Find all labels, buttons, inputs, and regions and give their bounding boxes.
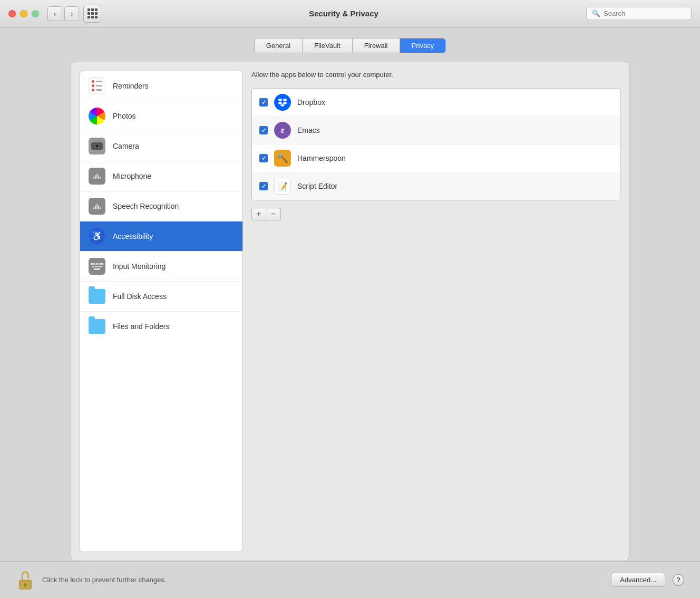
- forward-button[interactable]: ›: [64, 6, 79, 21]
- sidebar-item-photos-label: Photos: [113, 112, 136, 120]
- app-name-dropbox: Dropbox: [297, 98, 325, 107]
- tab-filevault[interactable]: FileVault: [303, 38, 353, 53]
- back-button[interactable]: ‹: [47, 6, 62, 21]
- app-name-hammerspoon: Hammerspoon: [297, 154, 346, 162]
- full-disk-access-icon-wrap: [88, 287, 106, 306]
- app-item-emacs: ✓ ε Emacs: [252, 117, 620, 144]
- right-panel: Allow the apps below to control your com…: [251, 71, 620, 552]
- grid-icon: [88, 8, 98, 18]
- sidebar-item-photos[interactable]: Photos: [80, 101, 242, 131]
- svg-rect-2: [25, 584, 26, 587]
- grid-button[interactable]: [83, 5, 101, 23]
- microphone-icon: [89, 168, 105, 185]
- sidebar-list: Reminders Photos Camera: [80, 71, 243, 552]
- accessibility-icon-wrap: ♿: [88, 227, 106, 246]
- script-editor-icon: 📝: [274, 178, 291, 195]
- lock-icon-wrap[interactable]: [16, 568, 35, 592]
- sidebar-item-full-disk-access-label: Full Disk Access: [113, 292, 167, 301]
- sidebar-item-camera[interactable]: Camera: [80, 131, 242, 161]
- app-name-emacs: Emacs: [297, 126, 320, 134]
- app-name-script-editor: Script Editor: [297, 182, 337, 190]
- maximize-button[interactable]: [32, 10, 39, 17]
- hammerspoon-icon: 🔨: [274, 150, 291, 167]
- nav-buttons: ‹ ›: [47, 6, 79, 21]
- sidebar-item-input-monitoring[interactable]: Input Monitoring: [80, 252, 242, 282]
- reminders-icon: [89, 78, 105, 94]
- sidebar-item-speech-recognition[interactable]: Speech Recognition: [80, 191, 242, 221]
- photos-icon: [89, 108, 105, 124]
- full-disk-access-icon: [89, 289, 105, 304]
- camera-icon-wrap: [88, 137, 106, 156]
- sidebar-item-microphone[interactable]: Microphone: [80, 161, 242, 191]
- tab-firewall[interactable]: Firewall: [353, 38, 400, 53]
- remove-app-button[interactable]: −: [266, 208, 281, 220]
- sidebar-item-files-and-folders-label: Files and Folders: [113, 322, 169, 331]
- sidebar-item-accessibility[interactable]: ♿ Accessibility: [80, 221, 242, 252]
- traffic-lights: [8, 10, 39, 17]
- emacs-icon: ε: [274, 122, 291, 139]
- sidebar-item-reminders[interactable]: Reminders: [80, 71, 242, 101]
- title-bar: ‹ › Security & Privacy 🔍: [0, 0, 700, 27]
- files-and-folders-icon: [89, 319, 105, 334]
- accessibility-icon: ♿: [89, 228, 105, 245]
- tab-general[interactable]: General: [255, 38, 303, 53]
- search-input[interactable]: [604, 9, 683, 17]
- app-item-script-editor: ✓ 📝 Script Editor: [252, 172, 620, 200]
- speech-recognition-icon: [89, 198, 105, 215]
- reminders-icon-wrap: [88, 76, 106, 95]
- camera-icon: [89, 138, 105, 155]
- photos-icon-wrap: [88, 107, 106, 126]
- checkbox-hammerspoon[interactable]: ✓: [259, 154, 268, 162]
- sidebar-item-microphone-label: Microphone: [113, 172, 151, 180]
- search-bar[interactable]: 🔍: [586, 7, 692, 20]
- app-list: ✓ Dropbox ✓ ε Emacs: [251, 88, 620, 200]
- description-text: Allow the apps below to control your com…: [251, 71, 620, 79]
- sidebar-item-camera-label: Camera: [113, 142, 139, 150]
- main-content: General FileVault Firewall Privacy: [0, 27, 700, 561]
- help-button[interactable]: ?: [673, 574, 684, 586]
- settings-panel: Reminders Photos Camera: [71, 62, 629, 561]
- action-buttons: + −: [251, 208, 620, 220]
- add-app-button[interactable]: +: [251, 208, 266, 220]
- microphone-icon-wrap: [88, 167, 106, 186]
- input-monitoring-icon-wrap: [88, 257, 106, 276]
- tab-bar: General FileVault Firewall Privacy: [254, 38, 446, 53]
- app-item-hammerspoon: ✓ 🔨 Hammerspoon: [252, 144, 620, 172]
- sidebar-item-accessibility-label: Accessibility: [113, 232, 153, 240]
- svg-rect-3: [20, 580, 32, 582]
- tab-privacy[interactable]: Privacy: [400, 38, 446, 53]
- input-monitoring-icon: [89, 258, 105, 275]
- sidebar-item-reminders-label: Reminders: [113, 82, 149, 90]
- advanced-button[interactable]: Advanced...: [611, 573, 665, 587]
- footer: Click the lock to prevent further change…: [0, 561, 700, 598]
- checkbox-dropbox[interactable]: ✓: [259, 98, 268, 107]
- sidebar-item-speech-recognition-label: Speech Recognition: [113, 202, 179, 210]
- checkbox-emacs[interactable]: ✓: [259, 126, 268, 134]
- checkbox-script-editor[interactable]: ✓: [259, 182, 268, 190]
- lock-icon: [17, 569, 34, 591]
- dropbox-icon: [274, 94, 291, 111]
- minimize-button[interactable]: [20, 10, 27, 17]
- sidebar-item-files-and-folders[interactable]: Files and Folders: [80, 312, 242, 341]
- sidebar-item-full-disk-access[interactable]: Full Disk Access: [80, 282, 242, 312]
- sidebar-item-input-monitoring-label: Input Monitoring: [113, 262, 166, 271]
- close-button[interactable]: [8, 10, 16, 17]
- window-title: Security & Privacy: [101, 9, 586, 18]
- footer-lock-text: Click the lock to prevent further change…: [42, 576, 604, 584]
- search-icon: 🔍: [592, 9, 600, 17]
- files-and-folders-icon-wrap: [88, 317, 106, 336]
- app-item-dropbox: ✓ Dropbox: [252, 89, 620, 117]
- speech-recognition-icon-wrap: [88, 197, 106, 216]
